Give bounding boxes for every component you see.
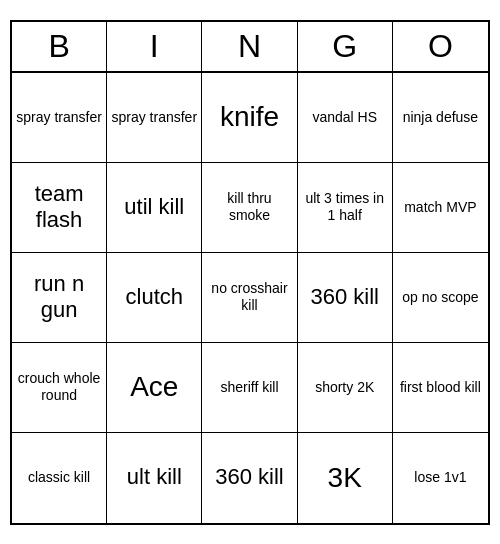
bingo-card: BINGO spray transferspray transferknifev… bbox=[10, 20, 490, 525]
bingo-cell-0: spray transfer bbox=[12, 73, 107, 163]
bingo-cell-10: run n gun bbox=[12, 253, 107, 343]
bingo-cell-13: 360 kill bbox=[298, 253, 393, 343]
bingo-grid: spray transferspray transferknifevandal … bbox=[12, 73, 488, 523]
bingo-cell-6: util kill bbox=[107, 163, 202, 253]
bingo-cell-23: 3K bbox=[298, 433, 393, 523]
bingo-cell-7: kill thru smoke bbox=[202, 163, 297, 253]
bingo-cell-24: lose 1v1 bbox=[393, 433, 488, 523]
bingo-cell-12: no crosshair kill bbox=[202, 253, 297, 343]
header-letter-n: N bbox=[202, 22, 297, 71]
bingo-cell-11: clutch bbox=[107, 253, 202, 343]
bingo-cell-20: classic kill bbox=[12, 433, 107, 523]
bingo-cell-22: 360 kill bbox=[202, 433, 297, 523]
bingo-cell-9: match MVP bbox=[393, 163, 488, 253]
bingo-cell-17: sheriff kill bbox=[202, 343, 297, 433]
header-letter-b: B bbox=[12, 22, 107, 71]
header-letter-o: O bbox=[393, 22, 488, 71]
bingo-header: BINGO bbox=[12, 22, 488, 73]
bingo-cell-21: ult kill bbox=[107, 433, 202, 523]
header-letter-i: I bbox=[107, 22, 202, 71]
header-letter-g: G bbox=[298, 22, 393, 71]
bingo-cell-2: knife bbox=[202, 73, 297, 163]
bingo-cell-18: shorty 2K bbox=[298, 343, 393, 433]
bingo-cell-19: first blood kill bbox=[393, 343, 488, 433]
bingo-cell-1: spray transfer bbox=[107, 73, 202, 163]
bingo-cell-15: crouch whole round bbox=[12, 343, 107, 433]
bingo-cell-5: team flash bbox=[12, 163, 107, 253]
bingo-cell-8: ult 3 times in 1 half bbox=[298, 163, 393, 253]
bingo-cell-3: vandal HS bbox=[298, 73, 393, 163]
bingo-cell-14: op no scope bbox=[393, 253, 488, 343]
bingo-cell-16: Ace bbox=[107, 343, 202, 433]
bingo-cell-4: ninja defuse bbox=[393, 73, 488, 163]
